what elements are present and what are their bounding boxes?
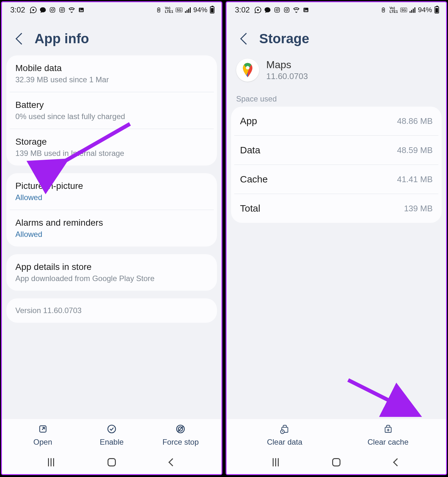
row-sub: App downloaded from Google Play Store [15,274,208,283]
version-text: Version 11.60.0703 [15,306,208,315]
battery-icon [435,6,439,13]
svg-rect-26 [383,8,384,8]
svg-line-31 [348,380,419,415]
version-card: Version 11.60.0703 [6,298,217,323]
row-val: 48.59 MB [397,145,433,155]
back-icon[interactable] [240,33,252,45]
nav-back[interactable] [393,458,401,466]
row-sub: 32.39 MB used since 1 Mar [15,75,208,84]
stop-icon [175,424,186,434]
screen-header: Storage [227,17,446,55]
svg-point-8 [80,9,81,10]
action-label: Clear data [267,438,302,447]
whatsapp-icon [254,6,261,13]
nav-home[interactable] [332,458,340,466]
row-key: Cache [240,174,268,185]
row-version: Version 11.60.0703 [6,298,217,323]
svg-point-6 [63,8,64,9]
row-sub: 139 MB used in Internal storage [15,149,208,158]
instagram-icon-2 [283,6,290,13]
svg-point-27 [246,66,249,69]
app-header: Maps 11.60.0703 [227,55,446,94]
battery-percent: 94% [418,6,432,14]
phone-storage: 3:02 [226,1,447,475]
section-label: Space used [227,94,446,107]
row-mobile-data[interactable]: Mobile data 32.39 MB used since 1 Mar [6,55,217,92]
row-pip[interactable]: Picture-in-picture Allowed [6,173,217,210]
row-title: Storage [15,137,208,147]
gallery-icon [78,6,85,13]
force-stop-button[interactable]: Force stop [146,424,215,447]
svg-point-24 [304,9,305,10]
clear-data-button[interactable]: Clear data [233,424,336,447]
svg-point-19 [278,8,279,9]
row-key: Data [240,145,260,156]
page-title: Storage [259,31,309,46]
system-nav-bar [2,450,221,474]
svg-point-3 [53,8,54,9]
clear-cache-button[interactable]: Clear cache [336,424,440,447]
status-bar: 3:02 [227,2,446,17]
open-icon [37,424,48,434]
row-title: Battery [15,100,208,110]
row-title: App details in store [15,262,208,272]
usage-card: Mobile data 32.39 MB used since 1 Mar Ba… [6,55,217,166]
nav-recent[interactable] [273,458,279,466]
maps-app-icon [236,59,259,82]
action-label: Open [33,438,52,447]
row-val: 48.86 MB [397,116,433,126]
chat-icon [39,6,46,13]
system-nav-bar [227,450,446,474]
row-data-size: Data 48.59 MB [234,135,438,165]
svg-rect-7 [79,8,84,12]
nav-back[interactable] [168,458,176,466]
gallery-icon [302,6,309,13]
space-used-card: App 48.86 MB Data 48.59 MB Cache 41.41 M… [231,107,442,223]
row-sub: Allowed [15,193,208,202]
back-icon[interactable] [16,33,28,45]
row-sub: 0% used since last fully charged [15,112,208,121]
battery-percent: 94% [193,6,207,14]
5g-icon: 5G [176,8,182,12]
row-key: Total [240,203,260,214]
app-version: 11.60.0703 [266,71,308,81]
row-alarms[interactable]: Alarms and reminders Allowed [10,210,214,247]
svg-point-12 [108,425,116,433]
clear-data-icon [279,424,290,434]
svg-rect-10 [158,8,159,8]
nav-home[interactable] [108,458,116,466]
row-val: 41.41 MB [397,174,433,184]
instagram-icon [274,6,281,13]
row-store[interactable]: App details in store App downloaded from… [6,254,217,291]
row-title: Alarms and reminders [15,218,208,228]
svg-point-2 [51,9,53,11]
battery-saver-icon [155,6,162,13]
instagram-icon-2 [59,6,66,13]
status-bar: 3:02 [2,2,221,17]
row-storage[interactable]: Storage 139 MB used in Internal storage [10,129,214,166]
row-total-size: Total 139 MB [234,194,438,223]
svg-point-16 [257,9,259,11]
row-cache-size: Cache 41.41 MB [234,165,438,194]
row-val: 139 MB [404,204,433,214]
row-sub: Allowed [15,230,208,239]
check-icon [106,424,117,434]
nav-recent[interactable] [48,458,54,466]
permissions-card: Picture-in-picture Allowed Alarms and re… [6,173,217,247]
battery-icon [210,6,214,13]
svg-point-5 [61,9,63,11]
missed-call-icon [293,6,300,13]
row-battery[interactable]: Battery 0% used since last fully charged [10,92,214,129]
svg-point-21 [285,9,288,11]
battery-saver-icon [380,6,387,13]
clock: 3:02 [235,5,250,14]
row-title: Mobile data [15,63,208,73]
enable-button[interactable]: Enable [77,424,146,447]
clock: 3:02 [10,5,25,14]
store-card: App details in store App downloaded from… [6,254,217,291]
svg-point-0 [32,9,34,11]
open-button[interactable]: Open [8,424,77,447]
app-name: Maps [266,59,308,71]
row-key: App [240,116,257,126]
signal-icon [410,7,415,13]
